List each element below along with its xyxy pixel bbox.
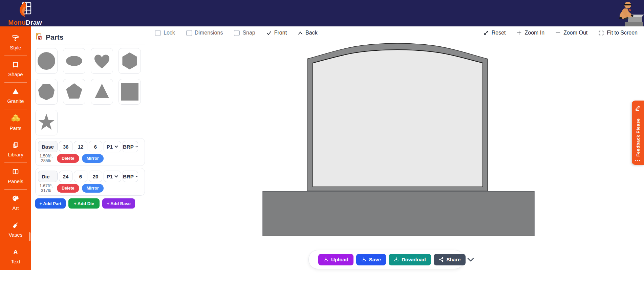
part-dim3-input[interactable] [89, 171, 102, 182]
sidebar-item-text[interactable]: A Text [0, 243, 31, 269]
caret-up-icon [298, 31, 303, 35]
add-buttons-row: + Add Part + Add Die + Add Base [35, 198, 145, 209]
triangle-icon [12, 88, 19, 96]
finish-select[interactable]: BRP [123, 141, 138, 152]
sidebar-item-label: Library [8, 152, 23, 157]
dimensions-checkbox-input[interactable] [186, 30, 192, 36]
save-button[interactable]: Save [356, 254, 386, 265]
brand-name: MonuDraw [5, 19, 45, 26]
feedback-tab-label: Feedback Please [636, 114, 641, 157]
sidebar-scrollbar-thumb[interactable] [29, 232, 30, 241]
upload-icon [323, 257, 328, 262]
plus-icon [516, 30, 522, 36]
share-button[interactable]: Share [434, 254, 466, 265]
shape-tile-square[interactable] [119, 79, 141, 105]
part-volume-weight: 1.50ft³, 285lb [38, 154, 54, 163]
expand-actions-button[interactable] [467, 254, 474, 265]
part-dim1-input[interactable] [59, 171, 72, 182]
cubes-icon [12, 114, 20, 124]
delete-part-button[interactable]: Delete [57, 184, 79, 193]
sidebar-item-granite[interactable]: Granite [0, 83, 31, 109]
polish-select[interactable]: P1 [104, 171, 121, 182]
flame-grid-logo-icon [18, 13, 32, 18]
add-die-button[interactable]: + Add Die [68, 198, 100, 209]
part-row-inputs: P1 BRP [38, 141, 142, 152]
feedback-tab-dots: ... [635, 157, 641, 161]
part-row-base: P1 BRP 1.50ft³, 285lb Delete Mirror [35, 138, 145, 166]
part-dim3-input[interactable] [89, 141, 102, 152]
part-name-input[interactable] [38, 141, 58, 152]
shape-tile-circle[interactable] [35, 48, 58, 74]
parts-panel-title: Parts [46, 33, 64, 41]
paint-roller-icon [12, 34, 19, 43]
fit-to-screen-button[interactable]: Fit to Screen [598, 30, 638, 36]
delete-part-button[interactable]: Delete [57, 154, 79, 163]
shape-tile-triangle[interactable] [91, 79, 113, 105]
parts-panel-header: Parts [35, 32, 145, 42]
part-dim1-input[interactable] [59, 141, 72, 152]
upload-button[interactable]: Upload [318, 254, 353, 265]
part-dim2-input[interactable] [74, 171, 87, 182]
sidebar-item-label: Shape [8, 71, 23, 77]
download-button[interactable]: Download [389, 254, 431, 265]
sidebar-item-label: Parts [9, 125, 21, 131]
parts-panel: Parts P1 [31, 26, 148, 282]
front-view-button[interactable]: Front [266, 30, 287, 36]
sidebar-item-vases[interactable]: Vases [0, 216, 31, 243]
dimensions-checkbox[interactable]: Dimensions [186, 30, 223, 36]
add-part-button[interactable]: + Add Part [35, 198, 66, 209]
minus-icon [555, 30, 561, 36]
zoom-in-button[interactable]: Zoom In [516, 30, 544, 36]
chevron-down-icon [135, 175, 138, 178]
palette-icon [12, 195, 19, 203]
part-dim2-input[interactable] [74, 141, 87, 152]
sidebar-item-label: Granite [7, 98, 24, 104]
sidebar-item-art[interactable]: Art [0, 190, 31, 216]
copy-pages-icon [12, 141, 19, 150]
shape-tile-ellipse[interactable] [63, 48, 85, 74]
part-name-input[interactable] [38, 171, 58, 182]
mirror-part-button[interactable]: Mirror [82, 154, 104, 163]
shape-tile-hexagon[interactable] [119, 48, 141, 74]
check-icon [266, 31, 272, 35]
add-base-button[interactable]: + Add Base [102, 198, 135, 209]
crane-icon [35, 32, 43, 42]
polish-select[interactable]: P1 [104, 141, 121, 152]
monument-die-panel[interactable] [313, 50, 483, 187]
stone-carver-figurine-image [610, 0, 644, 26]
monument-canvas[interactable] [217, 37, 535, 240]
share-icon [439, 257, 444, 262]
feedback-tab[interactable]: Feedback Please ... [632, 101, 644, 165]
sidebar-item-library[interactable]: Library [0, 136, 31, 162]
lock-checkbox[interactable]: Lock [155, 30, 175, 36]
download-icon [394, 257, 399, 262]
shape-tile-pentagon[interactable] [63, 79, 85, 105]
brand-logo[interactable]: MonuDraw [5, 2, 45, 26]
snap-checkbox-input[interactable] [234, 30, 240, 36]
shape-tile-heart[interactable] [91, 48, 113, 74]
letter-a-icon: A [12, 248, 19, 257]
part-row-inputs: P1 BRP [38, 171, 142, 182]
svg-text:A: A [14, 248, 18, 255]
zoom-out-button[interactable]: Zoom Out [555, 30, 587, 36]
finish-select[interactable]: BRP [123, 171, 138, 182]
shape-tile-heptagon[interactable] [35, 79, 58, 105]
chevron-down-icon [114, 145, 118, 148]
monument-base[interactable] [263, 191, 534, 236]
panel-divider [35, 44, 145, 44]
toolbar-right-group: Reset Zoom In Zoom Out Fit to Screen [484, 30, 638, 36]
sidebar-item-panels[interactable]: Panels [0, 163, 31, 189]
snap-checkbox[interactable]: Snap [234, 30, 255, 36]
shape-tile-star[interactable] [35, 110, 58, 135]
sidebar-nav: Style Shape Granite [0, 26, 31, 270]
mirror-part-button[interactable]: Mirror [82, 184, 104, 193]
sidebar-item-shape[interactable]: Shape [0, 56, 31, 82]
monudraw-app: MonuDraw [0, 0, 644, 282]
chevron-down-icon [114, 175, 118, 178]
sidebar-item-style[interactable]: Style [0, 29, 31, 56]
reset-button[interactable]: Reset [484, 30, 506, 36]
sidebar-item-parts[interactable]: Parts [0, 109, 31, 136]
lock-checkbox-input[interactable] [155, 30, 161, 36]
back-view-button[interactable]: Back [298, 30, 318, 36]
action-bar: Upload Save Download Share [308, 250, 464, 269]
